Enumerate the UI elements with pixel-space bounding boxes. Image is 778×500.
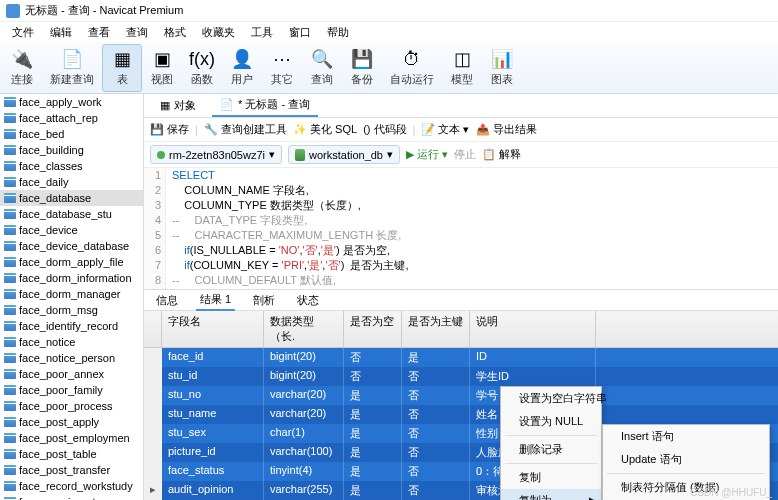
sidebar-item[interactable]: face_poor_annex — [0, 366, 143, 382]
sidebar-item[interactable]: face_device_database — [0, 238, 143, 254]
menu-item[interactable]: 帮助 — [321, 23, 355, 42]
save-button[interactable]: 💾 保存 — [150, 122, 189, 137]
query-subtoolbar: 💾 保存| 🔧 查询创建工具 ✨ 美化 SQL () 代码段| 📝 文本 ▾ 📤… — [144, 118, 778, 142]
table-icon — [4, 241, 16, 251]
sidebar-item[interactable]: face_dorm_information — [0, 270, 143, 286]
explain-button[interactable]: 📋 解释 — [482, 147, 521, 162]
context-menu-item[interactable]: 删除记录 — [501, 438, 601, 461]
menu-item[interactable]: 格式 — [158, 23, 192, 42]
sidebar-item[interactable]: face_apply_work — [0, 94, 143, 110]
sidebar-item[interactable]: face_dorm_manager — [0, 286, 143, 302]
codeseg-button[interactable]: () 代码段 — [363, 122, 406, 137]
sidebar-item[interactable]: face_record_workstudy — [0, 478, 143, 494]
table-icon — [4, 433, 16, 443]
app-icon — [6, 4, 20, 18]
context-menu-item[interactable]: Insert 语句 — [603, 425, 769, 448]
column-header[interactable]: 说明 — [470, 311, 596, 347]
toolbar-button[interactable]: ⋯其它 — [262, 44, 302, 92]
row-marker — [144, 386, 162, 405]
toolbar-button[interactable]: ⏱自动运行 — [382, 44, 442, 92]
sidebar-item[interactable]: face_post_employmen — [0, 430, 143, 446]
toolbar-button[interactable]: 📄新建查询 — [42, 44, 102, 92]
row-marker — [144, 367, 162, 386]
toolbar-button[interactable]: ◫模型 — [442, 44, 482, 92]
db-select[interactable]: workstation_db▾ — [288, 145, 400, 164]
table-row[interactable]: face_idbigint(20)否是ID — [144, 348, 778, 367]
sql-editor[interactable]: 123456789 SELECT COLUMN_NAME 字段名, COLUMN… — [144, 168, 778, 289]
sidebar-item[interactable]: face_notice — [0, 334, 143, 350]
sidebar-item[interactable]: face_bed — [0, 126, 143, 142]
toolbar-button[interactable]: 💾备份 — [342, 44, 382, 92]
menu-item[interactable]: 收藏夹 — [196, 23, 241, 42]
toolbar-button[interactable]: ▦表 — [102, 44, 142, 92]
watermark: CSDN @HHUFU_ — [690, 487, 772, 498]
builder-button[interactable]: 🔧 查询创建工具 — [204, 122, 287, 137]
sidebar-item[interactable]: face_post_table — [0, 446, 143, 462]
table-icon — [4, 305, 16, 315]
context-menu-item[interactable]: 复制为 — [501, 489, 601, 500]
stop-button: 停止 — [454, 147, 476, 162]
table-row[interactable]: stu_novarchar(20)是否学号 — [144, 386, 778, 405]
table-icon — [4, 417, 16, 427]
table-row[interactable]: stu_namevarchar(20)是否姓名 — [144, 405, 778, 424]
sidebar-item[interactable]: face_device — [0, 222, 143, 238]
context-menu-item[interactable]: 设置为 NULL — [501, 410, 601, 433]
sidebar-item[interactable]: face_poor_family — [0, 382, 143, 398]
table-row[interactable]: stu_idbigint(20)否否学生ID — [144, 367, 778, 386]
table-icon — [4, 177, 16, 187]
menu-item[interactable]: 编辑 — [44, 23, 78, 42]
text-button[interactable]: 📝 文本 ▾ — [421, 122, 469, 137]
sidebar-item[interactable]: face_classes — [0, 158, 143, 174]
sidebar-item[interactable]: face_post_transfer — [0, 462, 143, 478]
tab-result1[interactable]: 结果 1 — [196, 290, 235, 311]
tab-info[interactable]: 信息 — [152, 291, 182, 310]
sidebar-item[interactable]: face_database — [0, 190, 143, 206]
tab-status[interactable]: 状态 — [293, 291, 323, 310]
sidebar-item[interactable]: face_attach_rep — [0, 110, 143, 126]
context-menu[interactable]: 设置为空白字符串设置为 NULL删除记录复制复制为粘贴显示 — [500, 386, 602, 500]
row-marker — [144, 424, 162, 443]
sidebar-item[interactable]: face_identify_record — [0, 318, 143, 334]
toolbar-button[interactable]: 🔍查询 — [302, 44, 342, 92]
run-button[interactable]: ▶ 运行 ▾ — [406, 147, 448, 162]
table-icon — [4, 289, 16, 299]
server-select[interactable]: rm-2zetn83n05wz7i▾ — [150, 145, 282, 164]
menu-item[interactable]: 查询 — [120, 23, 154, 42]
sidebar-item[interactable]: face_post_apply — [0, 414, 143, 430]
column-header[interactable]: 数据类型（长. — [264, 311, 344, 347]
menu-item[interactable]: 工具 — [245, 23, 279, 42]
tab-profile[interactable]: 剖析 — [249, 291, 279, 310]
beautify-button[interactable]: ✨ 美化 SQL — [293, 122, 357, 137]
toolbar-button[interactable]: 📊图表 — [482, 44, 522, 92]
tab-query[interactable]: 📄* 无标题 - 查询 — [212, 94, 318, 117]
sidebar[interactable]: face_apply_workface_attach_repface_bedfa… — [0, 94, 144, 500]
context-menu-item[interactable]: 设置为空白字符串 — [501, 387, 601, 410]
column-header[interactable]: 是否为主键 — [402, 311, 470, 347]
menu-item[interactable]: 查看 — [82, 23, 116, 42]
sidebar-item[interactable]: face_daily — [0, 174, 143, 190]
sidebar-item[interactable]: face_database_stu — [0, 206, 143, 222]
export-button[interactable]: 📤 导出结果 — [476, 122, 537, 137]
sidebar-item[interactable]: face_dorm_msg — [0, 302, 143, 318]
menu-item[interactable]: 窗口 — [283, 23, 317, 42]
sidebar-item[interactable]: face_building — [0, 142, 143, 158]
context-menu-item[interactable]: 复制 — [501, 466, 601, 489]
table-icon — [4, 449, 16, 459]
toolbar-button[interactable]: f(x)函数 — [182, 44, 222, 92]
tab-objects[interactable]: ▦对象 — [152, 95, 204, 116]
sidebar-item[interactable]: face_notice_person — [0, 350, 143, 366]
toolbar-button[interactable]: ▣视图 — [142, 44, 182, 92]
sidebar-item[interactable]: face_poor_process — [0, 398, 143, 414]
toolbar-button[interactable]: 👤用户 — [222, 44, 262, 92]
menu-item[interactable]: 文件 — [6, 23, 40, 42]
column-header[interactable]: 字段名 — [162, 311, 264, 347]
toolbar-button[interactable]: 🔌连接 — [2, 44, 42, 92]
sidebar-item[interactable]: face_repair_note — [0, 494, 143, 500]
table-icon — [4, 193, 16, 203]
column-header[interactable]: 是否为空 — [344, 311, 402, 347]
sidebar-item[interactable]: face_dorm_apply_file — [0, 254, 143, 270]
table-icon — [4, 273, 16, 283]
table-icon — [4, 209, 16, 219]
table-icon — [4, 369, 16, 379]
context-menu-item[interactable]: Update 语句 — [603, 448, 769, 471]
